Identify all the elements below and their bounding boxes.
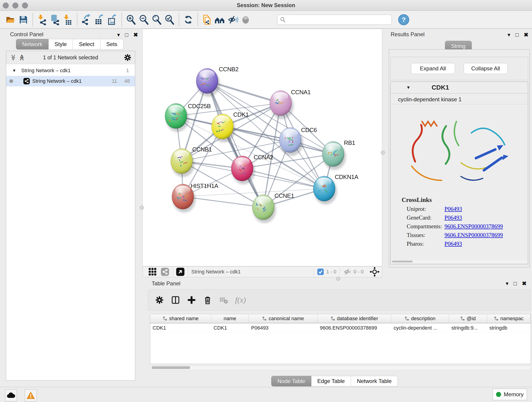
current-network-label: String Network – cdk1 — [191, 269, 241, 275]
panel-float-icon[interactable]: □ — [513, 280, 517, 287]
import-table-button[interactable] — [61, 13, 74, 27]
crosslink-link[interactable]: P06493 — [444, 241, 462, 247]
zoom-selected-button[interactable] — [163, 13, 176, 27]
graph-node-cdkn1a[interactable]: CDKN1A — [313, 173, 359, 204]
graph-node-cdc25b[interactable]: CDC25B — [165, 103, 211, 132]
export-table-button[interactable] — [93, 13, 106, 27]
tab-network-table[interactable]: Network Table — [351, 376, 398, 386]
hidden-count: 0 - 0 — [354, 269, 364, 275]
cloud-button[interactable] — [5, 389, 17, 401]
panel-menu-icon[interactable]: ▾ — [117, 32, 120, 38]
graph-node-ccne1[interactable]: CCNE1 — [252, 192, 294, 223]
zoom-out-button[interactable] — [138, 13, 150, 27]
first-neighbors-button[interactable] — [214, 13, 226, 27]
clone-network-button[interactable] — [201, 13, 214, 27]
column-header-shared-name[interactable]: shared name — [150, 314, 211, 323]
table-toolbar: f(x) — [148, 289, 530, 311]
column-header-namespac[interactable]: namespac — [487, 314, 531, 323]
graph-node-hist1h1a[interactable]: HIST1H1A — [172, 182, 218, 212]
node-label: CCNA1 — [291, 89, 311, 96]
column-header-name[interactable]: name — [211, 314, 249, 323]
save-session-button[interactable] — [17, 13, 30, 27]
view-share-button[interactable] — [161, 268, 169, 276]
collapse-all-button[interactable]: Collapse All — [464, 63, 508, 74]
graph-node-ccna2[interactable]: CCNA2 — [231, 154, 273, 184]
view-grid-button[interactable] — [148, 268, 157, 276]
graph-node-ccnb1[interactable]: CCNB1 — [171, 146, 212, 177]
node-label: CDC6 — [301, 127, 317, 133]
help-button[interactable]: ? — [398, 14, 409, 25]
cell-canonical-name[interactable]: P06493 — [249, 323, 317, 332]
show-all-button[interactable] — [239, 13, 252, 27]
crosslink-link[interactable]: P06493 — [444, 206, 462, 212]
delete-column-button[interactable] — [203, 295, 212, 305]
export-image-button[interactable] — [106, 13, 119, 27]
tab-style[interactable]: Style — [49, 39, 73, 50]
node-label: CCNB2 — [219, 66, 239, 73]
column-header-id[interactable]: @id — [449, 314, 487, 323]
network-canvas[interactable]: CCNB2CCNA1CDC25BCDK1CDC6RB1CCNB1CCNA2CDK… — [143, 29, 382, 267]
title-bar: Session: New Session — [0, 0, 532, 11]
tree-root-row[interactable]: ▼ String Network – cdk1 1 — [6, 65, 135, 76]
expand-all-button[interactable]: Expand All — [411, 63, 455, 74]
table-row[interactable]: CDK1CDK1P064939606.ENSP00000378699cyclin… — [150, 323, 531, 333]
graph-node-ccnb2[interactable]: CCNB2 — [196, 66, 239, 97]
hide-selected-button[interactable] — [226, 13, 239, 27]
refresh-button[interactable] — [182, 13, 195, 27]
cell-id[interactable]: stringdb:9... — [449, 323, 487, 332]
tab-edge-table[interactable]: Edge Table — [311, 376, 351, 386]
graph-node-cdk1[interactable]: CDK1 — [211, 111, 249, 142]
network-options-gear-button[interactable] — [123, 53, 132, 62]
panel-close-icon[interactable]: ✖ — [522, 280, 526, 287]
panel-menu-icon[interactable]: ▾ — [507, 32, 510, 38]
column-header-label: @id — [467, 316, 476, 322]
crosslink-link[interactable]: 9606.ENSP00000378699 — [444, 232, 503, 238]
table-options-gear-button[interactable] — [155, 295, 164, 305]
node-label: CDK1 — [233, 111, 249, 118]
tab-select[interactable]: Select — [73, 39, 100, 50]
zoom-fit-button[interactable] — [150, 13, 163, 27]
memory-button[interactable]: Memory — [493, 389, 527, 400]
panel-float-icon[interactable]: □ — [515, 32, 519, 38]
search-input[interactable] — [286, 17, 389, 23]
shared-column-icon — [460, 316, 465, 321]
crosslink-link[interactable]: P06493 — [444, 215, 462, 221]
tree-expander-icon[interactable]: ▼ — [12, 68, 16, 73]
panel-menu-icon[interactable]: ▾ — [506, 280, 508, 287]
column-header-database-identifier[interactable]: database identifier — [317, 314, 391, 323]
import-network-database-button[interactable] — [49, 13, 61, 27]
tab-node-table[interactable]: Node Table — [271, 376, 311, 386]
selection-dot-icon — [9, 79, 13, 83]
column-header-canonical-name[interactable]: canonical name — [249, 314, 317, 323]
entry-expander-icon[interactable]: ▼ — [406, 85, 411, 90]
create-column-button[interactable] — [187, 295, 196, 305]
network-view[interactable]: CCNB2CCNA1CDC25BCDK1CDC6RB1CCNB1CCNA2CDK… — [143, 29, 382, 266]
show-columns-button[interactable] — [171, 295, 180, 305]
graph-node-rb1[interactable]: RB1 — [322, 139, 355, 170]
zoom-in-button[interactable] — [125, 13, 138, 27]
cell-namespac[interactable]: stringdb — [487, 323, 531, 332]
panel-close-icon[interactable]: ✖ — [133, 32, 138, 38]
table-hscrollbar[interactable] — [150, 366, 531, 370]
panel-close-icon[interactable]: ✖ — [524, 32, 528, 38]
cell-database-identifier[interactable]: 9606.ENSP00000378699 — [317, 323, 391, 332]
warning-button[interactable] — [25, 389, 37, 401]
splitter-handle[interactable] — [140, 206, 144, 210]
panel-float-icon[interactable]: □ — [125, 32, 128, 38]
tab-sets[interactable]: Sets — [100, 39, 123, 50]
open-session-button[interactable] — [4, 13, 17, 27]
tree-network-row[interactable]: String Network – cdk1 11 48 — [6, 76, 135, 86]
cell-shared-name[interactable]: CDK1 — [150, 323, 211, 332]
pan-tool-button[interactable] — [370, 267, 380, 277]
crosslink-link[interactable]: 9606.ENSP00000378699 — [444, 223, 503, 230]
selected-checkbox[interactable] — [317, 268, 324, 275]
birdseye-button[interactable] — [176, 268, 185, 276]
results-hscrollbar[interactable] — [392, 260, 527, 263]
column-header-description[interactable]: description — [391, 314, 449, 323]
graph-node-ccna1[interactable]: CCNA1 — [270, 89, 311, 119]
cell-name[interactable]: CDK1 — [211, 323, 249, 332]
cell-description[interactable]: cyclin-dependent ... — [391, 323, 449, 332]
export-network-button[interactable] — [80, 13, 93, 27]
import-network-file-button[interactable] — [36, 13, 49, 27]
tab-network[interactable]: Network — [16, 39, 49, 50]
